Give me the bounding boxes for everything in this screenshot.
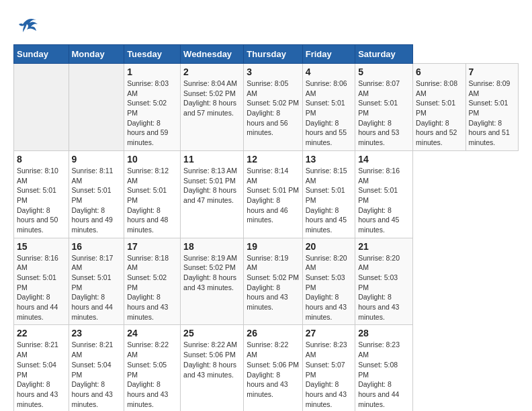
weekday-header: Thursday — [244, 45, 302, 64]
day-number: 18 — [183, 241, 240, 252]
weekday-header: Monday — [69, 45, 124, 64]
calendar-day-cell: 17 Sunrise: 8:18 AM Sunset: 5:02 PM Dayl… — [124, 238, 181, 325]
day-number: 14 — [358, 154, 410, 165]
weekday-header: Sunday — [14, 45, 69, 64]
calendar-day-cell: 5 Sunrise: 8:07 AM Sunset: 5:01 PM Dayli… — [355, 64, 413, 151]
day-number: 5 — [358, 66, 410, 77]
day-number: 20 — [306, 241, 352, 252]
day-number: 16 — [72, 241, 122, 252]
calendar-day-cell: 13 Sunrise: 8:15 AM Sunset: 5:01 PM Dayl… — [302, 150, 355, 238]
day-number: 8 — [17, 154, 66, 165]
day-number: 27 — [306, 328, 352, 338]
calendar-day-cell: 1 Sunrise: 8:03 AM Sunset: 5:02 PM Dayli… — [124, 64, 181, 151]
calendar-table: SundayMondayTuesdayWednesdayThursdayFrid… — [13, 44, 519, 411]
calendar-day-cell: 12 Sunrise: 8:14 AM Sunset: 5:01 PM Dayl… — [244, 150, 302, 238]
calendar-empty-cell — [14, 64, 69, 151]
day-info: Sunrise: 8:18 AM Sunset: 5:02 PM Dayligh… — [127, 254, 169, 321]
day-number: 9 — [72, 154, 122, 165]
calendar-week-row: 22 Sunrise: 8:21 AM Sunset: 5:04 PM Dayl… — [14, 325, 519, 411]
calendar-day-cell: 9 Sunrise: 8:11 AM Sunset: 5:01 PM Dayli… — [69, 150, 124, 238]
calendar-day-cell: 18 Sunrise: 8:19 AM Sunset: 5:02 PM Dayl… — [181, 238, 244, 325]
day-info: Sunrise: 8:21 AM Sunset: 5:04 PM Dayligh… — [72, 340, 114, 408]
day-info: Sunrise: 8:22 AM Sunset: 5:05 PM Dayligh… — [127, 340, 169, 408]
day-number: 28 — [358, 328, 410, 338]
day-info: Sunrise: 8:08 AM Sunset: 5:01 PM Dayligh… — [416, 79, 457, 146]
day-info: Sunrise: 8:07 AM Sunset: 5:01 PM Dayligh… — [358, 79, 400, 146]
day-number: 3 — [247, 66, 299, 77]
calendar-day-cell: 11 Sunrise: 8:13 AM Sunset: 5:01 PM Dayl… — [181, 150, 244, 238]
day-info: Sunrise: 8:17 AM Sunset: 5:01 PM Dayligh… — [72, 254, 114, 321]
calendar-day-cell: 28 Sunrise: 8:23 AM Sunset: 5:08 PM Dayl… — [355, 325, 413, 411]
day-info: Sunrise: 8:10 AM Sunset: 5:01 PM Dayligh… — [17, 167, 58, 234]
day-info: Sunrise: 8:22 AM Sunset: 5:06 PM Dayligh… — [247, 340, 299, 398]
calendar-day-cell: 16 Sunrise: 8:17 AM Sunset: 5:01 PM Dayl… — [69, 238, 124, 325]
calendar-day-cell: 7 Sunrise: 8:09 AM Sunset: 5:01 PM Dayli… — [466, 64, 519, 151]
calendar-day-cell: 2 Sunrise: 8:04 AM Sunset: 5:02 PM Dayli… — [181, 64, 244, 151]
calendar-day-cell: 22 Sunrise: 8:21 AM Sunset: 5:04 PM Dayl… — [14, 325, 69, 411]
day-info: Sunrise: 8:16 AM Sunset: 5:01 PM Dayligh… — [17, 254, 58, 321]
calendar-day-cell: 27 Sunrise: 8:23 AM Sunset: 5:07 PM Dayl… — [302, 325, 355, 411]
day-number: 23 — [72, 328, 122, 338]
day-info: Sunrise: 8:15 AM Sunset: 5:01 PM Dayligh… — [306, 167, 347, 234]
day-info: Sunrise: 8:04 AM Sunset: 5:02 PM Dayligh… — [183, 79, 237, 117]
day-number: 22 — [17, 328, 66, 338]
day-info: Sunrise: 8:13 AM Sunset: 5:01 PM Dayligh… — [183, 167, 237, 204]
calendar-empty-cell — [69, 64, 124, 151]
day-info: Sunrise: 8:14 AM Sunset: 5:01 PM Dayligh… — [247, 167, 299, 224]
day-info: Sunrise: 8:19 AM Sunset: 5:02 PM Dayligh… — [247, 254, 299, 311]
calendar-day-cell: 6 Sunrise: 8:08 AM Sunset: 5:01 PM Dayli… — [413, 64, 466, 151]
day-number: 26 — [247, 328, 299, 338]
calendar-day-cell: 3 Sunrise: 8:05 AM Sunset: 5:02 PM Dayli… — [244, 64, 302, 151]
day-info: Sunrise: 8:23 AM Sunset: 5:07 PM Dayligh… — [306, 340, 347, 408]
day-number: 13 — [306, 154, 352, 165]
calendar-week-row: 15 Sunrise: 8:16 AM Sunset: 5:01 PM Dayl… — [14, 238, 519, 325]
day-info: Sunrise: 8:23 AM Sunset: 5:08 PM Dayligh… — [358, 340, 400, 408]
logo-icon — [17, 13, 39, 35]
day-number: 6 — [416, 66, 462, 77]
calendar-day-cell: 4 Sunrise: 8:06 AM Sunset: 5:01 PM Dayli… — [302, 64, 355, 151]
calendar-header-row: SundayMondayTuesdayWednesdayThursdayFrid… — [14, 45, 519, 64]
day-info: Sunrise: 8:03 AM Sunset: 5:02 PM Dayligh… — [127, 79, 169, 146]
weekday-header: Saturday — [355, 45, 413, 64]
calendar-day-cell: 26 Sunrise: 8:22 AM Sunset: 5:06 PM Dayl… — [244, 325, 302, 411]
day-number: 1 — [127, 66, 177, 77]
day-info: Sunrise: 8:21 AM Sunset: 5:04 PM Dayligh… — [17, 340, 58, 408]
day-number: 10 — [127, 154, 177, 165]
day-info: Sunrise: 8:19 AM Sunset: 5:02 PM Dayligh… — [183, 254, 237, 291]
calendar-day-cell: 24 Sunrise: 8:22 AM Sunset: 5:05 PM Dayl… — [124, 325, 181, 411]
day-info: Sunrise: 8:11 AM Sunset: 5:01 PM Dayligh… — [72, 167, 114, 234]
day-info: Sunrise: 8:05 AM Sunset: 5:02 PM Dayligh… — [247, 79, 299, 136]
weekday-header: Tuesday — [124, 45, 181, 64]
calendar-day-cell: 23 Sunrise: 8:21 AM Sunset: 5:04 PM Dayl… — [69, 325, 124, 411]
calendar-day-cell: 19 Sunrise: 8:19 AM Sunset: 5:02 PM Dayl… — [244, 238, 302, 325]
day-number: 25 — [183, 328, 240, 338]
weekday-header: Friday — [302, 45, 355, 64]
calendar-day-cell: 15 Sunrise: 8:16 AM Sunset: 5:01 PM Dayl… — [14, 238, 69, 325]
day-info: Sunrise: 8:20 AM Sunset: 5:03 PM Dayligh… — [358, 254, 400, 321]
calendar-day-cell: 14 Sunrise: 8:16 AM Sunset: 5:01 PM Dayl… — [355, 150, 413, 238]
calendar-day-cell: 8 Sunrise: 8:10 AM Sunset: 5:01 PM Dayli… — [14, 150, 69, 238]
calendar-week-row: 1 Sunrise: 8:03 AM Sunset: 5:02 PM Dayli… — [14, 64, 519, 151]
day-number: 2 — [183, 66, 240, 77]
day-info: Sunrise: 8:12 AM Sunset: 5:01 PM Dayligh… — [127, 167, 169, 234]
day-info: Sunrise: 8:20 AM Sunset: 5:03 PM Dayligh… — [306, 254, 347, 321]
day-number: 19 — [247, 241, 299, 252]
day-number: 15 — [17, 241, 66, 252]
day-number: 17 — [127, 241, 177, 252]
day-info: Sunrise: 8:09 AM Sunset: 5:01 PM Dayligh… — [469, 79, 511, 146]
day-number: 11 — [183, 154, 240, 165]
day-info: Sunrise: 8:16 AM Sunset: 5:01 PM Dayligh… — [358, 167, 400, 234]
calendar-week-row: 8 Sunrise: 8:10 AM Sunset: 5:01 PM Dayli… — [14, 150, 519, 238]
day-number: 21 — [358, 241, 410, 252]
logo — [13, 13, 39, 38]
day-number: 24 — [127, 328, 177, 338]
day-info: Sunrise: 8:06 AM Sunset: 5:01 PM Dayligh… — [306, 79, 347, 146]
day-info: Sunrise: 8:22 AM Sunset: 5:06 PM Dayligh… — [183, 340, 237, 378]
day-number: 4 — [306, 66, 352, 77]
day-number: 12 — [247, 154, 299, 165]
calendar-day-cell: 10 Sunrise: 8:12 AM Sunset: 5:01 PM Dayl… — [124, 150, 181, 238]
calendar-day-cell: 21 Sunrise: 8:20 AM Sunset: 5:03 PM Dayl… — [355, 238, 413, 325]
calendar-day-cell: 20 Sunrise: 8:20 AM Sunset: 5:03 PM Dayl… — [302, 238, 355, 325]
day-number: 7 — [469, 66, 516, 77]
calendar-day-cell: 25 Sunrise: 8:22 AM Sunset: 5:06 PM Dayl… — [181, 325, 244, 411]
